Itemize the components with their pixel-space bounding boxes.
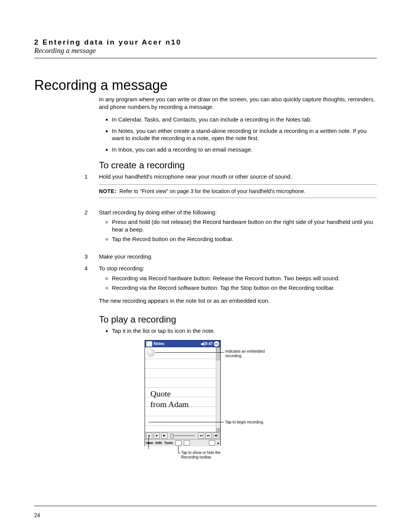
step-text: Start recording by doing either of the f…	[99, 209, 377, 216]
callout-embedded: Indicates an embedded recording.	[225, 349, 279, 358]
step-number: 4	[84, 265, 99, 307]
page-number: 24	[34, 512, 40, 518]
pda-clock: 9:47	[205, 342, 213, 346]
callout-lead	[178, 446, 178, 453]
forward-button[interactable]: ▸▸	[206, 433, 212, 439]
step-number: 2	[84, 209, 99, 248]
intro-paragraph: In any program where you can write or dr…	[99, 96, 377, 110]
footer-rule	[34, 506, 377, 506]
rewind-button[interactable]: ◂◂	[198, 433, 204, 439]
pda-device: ⊞ Notes ◀ξ 9:47 ok Quote from Adam	[145, 340, 221, 446]
play-button[interactable]: ▶	[161, 433, 167, 439]
step-after: The new recording appears in the note li…	[99, 297, 377, 305]
ok-button[interactable]: ok	[214, 341, 219, 347]
menu-edit[interactable]: Edit	[156, 441, 162, 445]
menu-new[interactable]: New	[146, 441, 153, 445]
pda-titlebar: ⊞ Notes ◀ξ 9:47 ok	[145, 340, 220, 347]
volume-button[interactable]: ◀ξ	[213, 433, 219, 439]
pen-icon[interactable]	[184, 440, 190, 446]
vertical-scrollbar[interactable]: ▴ ▾	[216, 347, 220, 432]
step-text: Make your recording.	[99, 253, 377, 260]
recording-toolbar: ● ■ ▶ ◂◂ ▸▸ ◀ξ	[145, 432, 220, 439]
note-block: NOTE: Refer to "Front view" on page 3 fo…	[99, 184, 377, 198]
callout-lead	[155, 352, 224, 353]
sip-arrow-icon[interactable]: ▴	[217, 441, 219, 445]
callout-begin: Tap to begin recording.	[225, 420, 264, 425]
header-chapter: 2 Entering data in your Acer n10	[34, 38, 377, 46]
pda-figure: ⊞ Notes ◀ξ 9:47 ok Quote from Adam	[145, 340, 358, 462]
subheading-create: To create a recording	[99, 160, 377, 171]
step-sub-bullet: Recording via Record hardware button: Re…	[112, 275, 377, 282]
pda-app-title: Notes	[154, 342, 164, 346]
intro-bullet: In Calendar, Tasks, and Contacts, you ca…	[112, 116, 377, 123]
embedded-recording-icon[interactable]	[147, 348, 155, 357]
recording-toolbar-toggle-icon[interactable]	[175, 440, 182, 446]
intro-bullet: In Notes, you can either create a stand-…	[112, 127, 377, 142]
pda-note-canvas[interactable]: Quote from Adam ▴ ▾	[145, 347, 220, 432]
step-text: To stop recording:	[99, 265, 377, 272]
keyboard-icon[interactable]	[209, 440, 215, 446]
speaker-icon[interactable]: ◀ξ	[201, 342, 205, 346]
page-title: Recording a message	[34, 77, 377, 93]
callout-lead	[148, 422, 224, 422]
record-button[interactable]: ●	[146, 433, 152, 439]
callout-lead	[178, 453, 180, 453]
step-sub-bullet: Press and hold (do not release) the Reco…	[112, 218, 377, 233]
stop-button[interactable]: ■	[154, 433, 160, 439]
intro-bullet: In Inbox, you can add a recording to an …	[112, 146, 377, 153]
play-bullet: Tap it in the list or tap its icon in th…	[112, 327, 377, 335]
subheading-play: To play a recording	[99, 314, 377, 325]
start-icon[interactable]: ⊞	[146, 341, 152, 347]
step-number: 1	[84, 173, 99, 204]
header-rule	[34, 58, 377, 58]
handwriting-line: from Adam	[150, 400, 189, 409]
step-sub-bullet: Recording via the Record software button…	[112, 284, 377, 292]
step-number: 3	[84, 253, 99, 260]
menu-tools[interactable]: Tools	[164, 441, 173, 445]
header-section: Recording a message	[34, 46, 377, 55]
step-text: Hold your handheld's microphone near you…	[99, 173, 377, 181]
handwriting-line: Quote	[150, 389, 171, 398]
playback-slider[interactable]	[170, 435, 195, 436]
callout-toggle: Tap to show or hide the Recording toolba…	[181, 451, 227, 460]
step-sub-bullet: Tap the Record button on the Recording t…	[112, 235, 377, 243]
callout-lead	[148, 435, 149, 449]
pda-menubar: New Edit Tools ▴	[145, 439, 220, 446]
